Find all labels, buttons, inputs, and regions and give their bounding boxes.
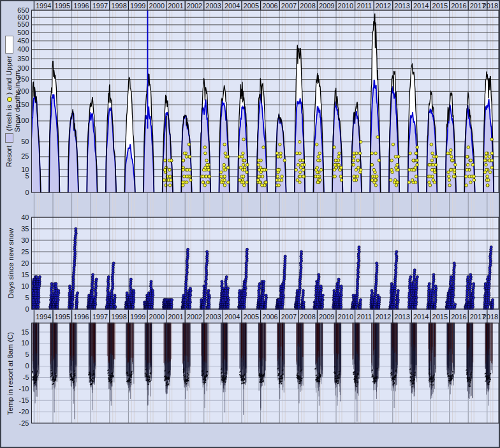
fresh-snow-dot [297,163,300,166]
fresh-snow-dot [352,159,355,163]
fresh-snow-dot [466,155,469,159]
days-since-snow-dot [207,289,210,292]
tick-label: 30 [21,236,29,244]
fresh-snow-dot [298,181,302,184]
fresh-snow-dot [208,175,211,178]
tick-label: 400 [17,45,29,53]
fresh-snow-dot [353,152,356,155]
days-since-snow-dot [359,299,362,301]
fresh-snow-dot [483,171,487,174]
days-since-snow-dot [352,294,355,296]
fresh-snow-dot [223,163,226,166]
days-since-snow-dot [114,305,117,308]
days-since-snow-dot [337,278,340,280]
tick-label: 20 [21,259,29,267]
fresh-snow-dot [490,159,494,163]
fresh-snow-dot [339,175,342,178]
fresh-snow-dot [450,148,453,152]
fresh-snow-dot [374,178,378,182]
fresh-snow-dot [239,178,242,182]
fresh-snow-dot [299,166,302,170]
fresh-snow-dot [188,155,191,159]
fresh-snow-dot [182,184,185,187]
fresh-snow-dot [276,152,279,155]
days-since-snow-dot [284,255,286,257]
fresh-snow-dot [340,178,343,182]
year-label: 2007 [281,2,297,10]
days-since-snow-dot [265,294,267,296]
days-since-snow-dot [227,287,230,290]
fresh-snow-dot [316,171,319,174]
fresh-snow-dot [447,171,450,174]
days-since-snow-dot [395,250,398,253]
days-since-snow-dot [263,280,265,283]
year-label: 2003 [205,313,221,321]
fresh-snow-dot [223,178,226,182]
days-since-snow-dot [114,294,116,296]
year-label: 2001 [168,313,183,321]
year-label: 2016 [451,2,466,10]
fresh-snow-dot [469,181,473,184]
fresh-snow-dot [334,159,337,163]
year-label: 2013 [394,2,409,10]
fresh-snow-dot [206,181,209,184]
fresh-snow-dot [488,155,491,159]
days-since-snow-dot [151,289,154,292]
fresh-snow-dot [448,178,451,182]
fresh-snow-dot [202,175,205,178]
fresh-snow-dot [486,175,489,178]
year-label: 2009 [319,2,334,10]
fresh-snow-dot [393,181,396,184]
tick-label: 5 [25,294,29,301]
fresh-snow-dot [203,184,207,187]
fresh-snow-dot [409,152,412,155]
fresh-snow-dot [182,181,185,184]
fresh-snow-dot [465,175,468,178]
tick-label: 450 [17,37,29,45]
fresh-snow-dot [302,159,305,163]
days-since-snow-dot [469,273,472,276]
fresh-snow-dot [223,143,226,146]
fresh-snow-dot [169,178,172,182]
fresh-snow-dot [298,152,302,155]
fresh-snow-dot [397,155,401,159]
year-label: 2011 [357,2,372,10]
fresh-snow-dot [316,175,320,178]
year-label: 2006 [262,313,277,321]
fresh-snow-dot [372,168,376,171]
fresh-snow-dot [428,181,431,184]
fresh-snow-dot [205,159,209,163]
year-label: 2002 [187,2,202,10]
fresh-snow-dot [298,171,302,174]
fresh-snow-dot [224,152,227,155]
fresh-snow-dot [429,184,432,187]
fresh-snow-dot [182,168,185,171]
fresh-snow-dot [262,146,265,149]
fresh-snow-dot [242,175,245,178]
fresh-snow-dot [411,178,414,182]
year-label: 2011 [357,313,372,321]
fresh-snow-dot [316,159,320,163]
fresh-snow-dot [389,178,392,182]
year-label: 2000 [149,2,165,10]
fresh-snow-dot [316,166,319,170]
tick-label: 0 [25,305,29,313]
fresh-snow-dot [450,155,453,159]
year-label: 2012 [376,2,391,10]
fresh-snow-dot [246,163,249,166]
days-since-snow-dot [108,292,110,294]
year-label: 2015 [432,2,448,10]
fresh-snow-dot [185,155,188,159]
snow-history-chart: 1994199519961997199819992000200120022003… [0,0,500,448]
year-label: 2005 [244,2,259,10]
year-label: 2000 [149,313,165,321]
fresh-snow-dot [278,178,281,182]
tick-label: 200 [17,87,29,95]
days-since-snow-dot [300,250,302,253]
days-since-snow-dot [92,273,94,276]
fresh-snow-dot [220,175,223,178]
year-label: 2015 [432,313,448,321]
fresh-snow-dot [434,163,438,166]
fresh-snow-dot [487,178,490,182]
days-since-snow-dot [378,296,381,299]
